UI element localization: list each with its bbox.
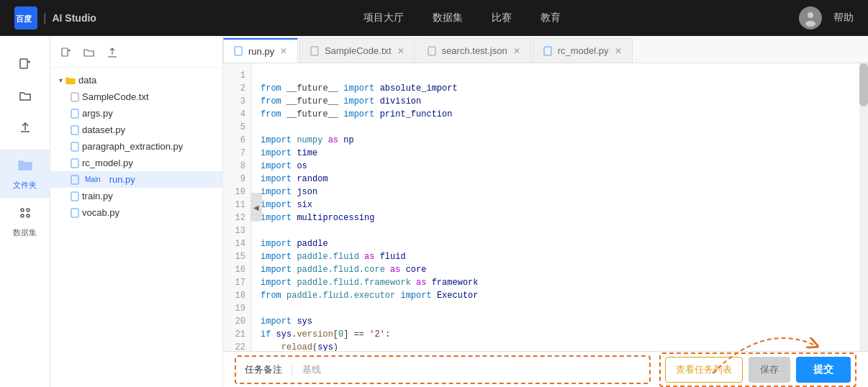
svg-rect-15 (71, 126, 78, 135)
studio-label: AI Studio (52, 12, 96, 24)
right-buttons-area: 查看任务列表 保存 提交 (659, 352, 856, 387)
folder-icon (17, 158, 33, 177)
file-tree: ▾ data SampleCode.txt args.py dataset.py… (50, 36, 223, 387)
tab-close-runpy[interactable]: ✕ (280, 46, 287, 56)
topnav-divider: | (43, 12, 46, 24)
svg-rect-18 (71, 176, 78, 184)
svg-point-2 (805, 21, 815, 27)
svg-rect-20 (71, 209, 78, 217)
svg-point-9 (27, 214, 30, 217)
task-area: 任务备注 | 基线 (235, 355, 651, 384)
bottom-bar: 任务备注 | 基线 查看任务列表 保存 提交 (223, 351, 868, 387)
code-content[interactable]: from __future__ import absolute_import f… (252, 63, 868, 351)
new-folder-icon[interactable] (81, 46, 98, 63)
tab-label: rc_model.py (558, 45, 609, 56)
file-runpy[interactable]: Main run.py (50, 171, 222, 188)
tab-close-rcmodel[interactable]: ✕ (615, 46, 622, 56)
svg-point-1 (808, 12, 813, 18)
separator: | (291, 363, 294, 376)
upload-tree-icon[interactable] (104, 46, 121, 63)
folder-name: data (78, 75, 96, 86)
sidebar-datasets-label: 数据集 (13, 227, 37, 238)
chevron-down-icon: ▾ (59, 76, 63, 84)
new-file-icon[interactable] (58, 46, 75, 63)
svg-text:百度: 百度 (16, 14, 32, 23)
file-paragraph[interactable]: paragraph_extraction.py (50, 138, 222, 155)
folder-data[interactable]: ▾ data (50, 72, 222, 88)
scrollbar-track (859, 63, 868, 351)
svg-point-7 (27, 209, 30, 211)
svg-rect-22 (311, 47, 318, 55)
svg-rect-17 (71, 159, 78, 168)
main-badge: Main (82, 175, 104, 184)
main-area: 文件夹 数据集 (0, 36, 868, 387)
sidebar: 文件夹 数据集 (0, 36, 50, 387)
help-link[interactable]: 帮助 (833, 12, 854, 24)
scrollbar-thumb[interactable] (859, 63, 868, 106)
file-name: dataset.py (82, 124, 125, 135)
topnav: 百度 | AI Studio 项目大厅 数据集 比赛 教育 帮助 (0, 0, 868, 36)
submit-button[interactable]: 提交 (796, 357, 851, 383)
sidebar-item-files[interactable]: 文件夹 (0, 150, 50, 198)
save-button[interactable]: 保存 (749, 357, 790, 383)
svg-rect-21 (235, 47, 242, 55)
svg-rect-19 (71, 192, 78, 201)
sidebar-toolbar (0, 43, 50, 150)
tab-samplecode[interactable]: SampleCode.txt ✕ (299, 38, 415, 63)
task-note-label: 任务备注 (245, 363, 282, 376)
svg-rect-13 (71, 93, 78, 101)
file-rcmodel[interactable]: rc_model.py (50, 155, 222, 171)
svg-rect-24 (544, 47, 551, 55)
new-file-button[interactable] (11, 50, 40, 79)
nav-item-education[interactable]: 教育 (541, 9, 561, 27)
tab-rcmodel[interactable]: rc_model.py ✕ (533, 38, 633, 63)
sidebar-item-datasets[interactable]: 数据集 (0, 198, 50, 245)
tab-searchjson[interactable]: search.test.json ✕ (417, 38, 531, 63)
file-tree-content: ▾ data SampleCode.txt args.py dataset.py… (50, 68, 222, 225)
tab-label: SampleCode.txt (325, 45, 392, 56)
file-name: rc_model.py (82, 158, 133, 168)
file-dataset[interactable]: dataset.py (50, 122, 222, 138)
svg-rect-16 (71, 142, 78, 151)
svg-rect-3 (20, 59, 27, 68)
svg-rect-14 (71, 109, 78, 118)
new-folder-button[interactable] (11, 82, 40, 111)
svg-point-6 (21, 209, 24, 211)
tab-bar: run.py ✕ SampleCode.txt ✕ search.test.js… (223, 36, 868, 63)
file-name: run.py (109, 174, 135, 185)
sidebar-files-label: 文件夹 (13, 180, 37, 191)
nav-item-competition[interactable]: 比赛 (492, 9, 512, 27)
file-name: SampleCode.txt (82, 91, 149, 102)
tab-close-searchjson[interactable]: ✕ (513, 46, 520, 56)
file-name: train.py (82, 191, 113, 201)
file-name: vocab.py (82, 207, 119, 218)
baidu-logo: 百度 (14, 6, 37, 29)
topnav-menu: 项目大厅 数据集 比赛 教育 (125, 9, 799, 27)
upload-button[interactable] (11, 114, 40, 142)
tab-label: run.py (248, 46, 274, 57)
svg-rect-23 (428, 47, 435, 55)
code-editor: ◀ 12345678910111213141516171819202122232… (223, 63, 868, 351)
topnav-right: 帮助 (799, 6, 854, 29)
avatar[interactable] (799, 6, 822, 29)
file-args[interactable]: args.py (50, 105, 222, 122)
file-tree-toolbar (50, 42, 222, 68)
collapse-button[interactable]: ◀ (250, 193, 262, 222)
svg-point-8 (21, 214, 24, 217)
tab-close-samplecode[interactable]: ✕ (397, 46, 404, 56)
line-numbers: 123456789101112131415161718192021222324 (223, 63, 252, 351)
baseline-label: 基线 (302, 363, 321, 376)
file-train[interactable]: train.py (50, 188, 222, 204)
view-tasks-button[interactable]: 查看任务列表 (665, 357, 743, 383)
file-name: args.py (82, 108, 113, 119)
nav-item-projects[interactable]: 项目大厅 (363, 9, 404, 27)
file-name: paragraph_extraction.py (82, 141, 183, 152)
logo-area: 百度 | AI Studio (14, 6, 96, 29)
svg-rect-10 (62, 48, 68, 56)
tab-label: search.test.json (442, 45, 507, 56)
nav-item-datasets[interactable]: 数据集 (433, 9, 463, 27)
tab-runpy[interactable]: run.py ✕ (223, 38, 298, 63)
dataset-icon (17, 205, 33, 224)
file-vocab[interactable]: vocab.py (50, 204, 222, 221)
file-samplecode[interactable]: SampleCode.txt (50, 88, 222, 105)
